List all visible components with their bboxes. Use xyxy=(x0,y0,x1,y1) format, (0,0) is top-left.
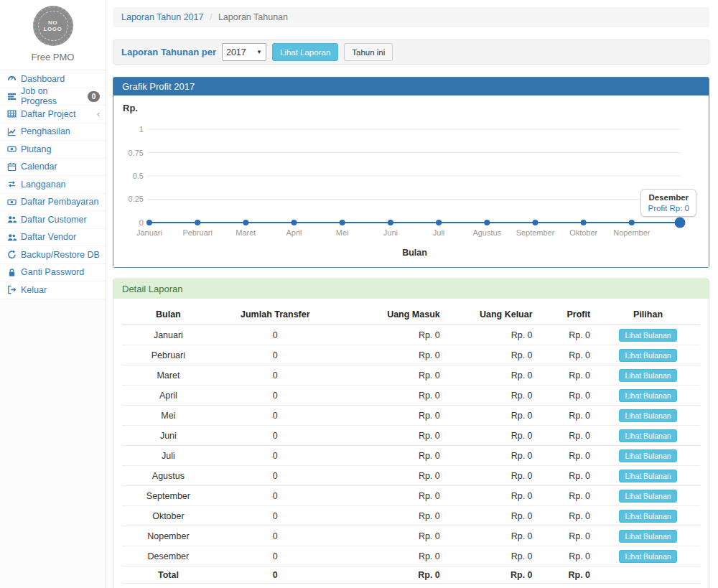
table-row: Juni0Rp. 0Rp. 0Rp. 0Lihat Bulanan xyxy=(122,426,700,446)
cell-jumlah_transfer: 0 xyxy=(215,526,336,546)
sidebar-item-label: Dashboard xyxy=(21,74,65,84)
sidebar-item-ganti-password[interactable]: Ganti Password xyxy=(0,264,106,282)
cell-pilihan: Lihat Bulanan xyxy=(596,546,700,566)
money-icon xyxy=(6,197,17,207)
sidebar-item-label: Job on Progress xyxy=(21,86,83,106)
sidebar-item-daftar-project[interactable]: Daftar Project‹ xyxy=(0,106,106,123)
caret-down-icon: ▼ xyxy=(256,49,262,55)
svg-text:April: April xyxy=(286,228,302,237)
cell-uang_masuk: Rp. 0 xyxy=(336,406,446,426)
sidebar-item-label: Keluar xyxy=(21,285,47,295)
view-monthly-button[interactable]: Lihat Bulanan xyxy=(619,329,676,342)
sidebar-item-daftar-pembayaran[interactable]: Daftar Pembayaran xyxy=(0,194,106,212)
breadcrumb-link-laporan-tahun[interactable]: Laporan Tahun 2017 xyxy=(121,12,203,22)
cell-bulan: Desember xyxy=(122,546,215,566)
current-year-button[interactable]: Tahun ini xyxy=(344,43,393,61)
view-monthly-button[interactable]: Lihat Bulanan xyxy=(619,429,676,442)
sidebar-item-job-on-progress[interactable]: Job on Progress0 xyxy=(0,88,106,106)
cell-jumlah_transfer: 0 xyxy=(215,566,336,584)
cell-pilihan: Lihat Bulanan xyxy=(596,506,700,526)
sidebar-item-label: Langganan xyxy=(21,179,66,190)
cell-pilihan: Lihat Bulanan xyxy=(596,325,700,345)
profit-line-chart[interactable]: 00.250.50.751JanuariPebruariMaretAprilMe… xyxy=(124,115,698,264)
table-row: Desember0Rp. 0Rp. 0Rp. 0Lihat Bulanan xyxy=(122,546,700,566)
cell-pilihan: Lihat Bulanan xyxy=(596,386,700,406)
view-report-button[interactable]: Lihat Laporan xyxy=(272,43,338,61)
column-header-uang-masuk: Uang Masuk xyxy=(336,304,446,325)
chart-tooltip: Desember Profit Rp: 0 xyxy=(640,189,696,217)
total-row: Total0Rp. 0Rp. 0Rp. 0 xyxy=(122,566,700,584)
cell-bulan: Nopember xyxy=(122,526,215,546)
report-table: BulanJumlah TransferUang MasukUang Kelua… xyxy=(122,304,700,584)
column-header-jumlah-transfer: Jumlah Transfer xyxy=(215,304,336,325)
view-monthly-button[interactable]: Lihat Bulanan xyxy=(619,530,676,543)
main-content: Laporan Tahun 2017 / Laporan Tahunan Lap… xyxy=(106,0,718,588)
cell-jumlah_transfer: 0 xyxy=(215,466,336,486)
profit-chart-panel: Grafik Profit 2017 Rp. 00.250.50.751Janu… xyxy=(113,77,709,268)
column-header-uang-keluar: Uang Keluar xyxy=(446,304,538,325)
cell-uang_masuk: Rp. 0 xyxy=(336,325,446,345)
cell-jumlah_transfer: 0 xyxy=(215,386,336,406)
cell-bulan: Juli xyxy=(122,446,215,466)
svg-text:September: September xyxy=(516,228,555,237)
tasks-icon xyxy=(6,91,17,101)
sidebar-item-daftar-customer[interactable]: Daftar Customer xyxy=(0,211,106,229)
svg-text:0.25: 0.25 xyxy=(129,195,144,203)
view-monthly-button[interactable]: Lihat Bulanan xyxy=(619,349,676,362)
chart-tooltip-value: Profit Rp: 0 xyxy=(648,204,689,213)
svg-text:Oktober: Oktober xyxy=(569,228,597,237)
view-monthly-button[interactable]: Lihat Bulanan xyxy=(619,510,676,523)
view-monthly-button[interactable]: Lihat Bulanan xyxy=(619,470,676,482)
detail-report-panel: Detail Laporan BulanJumlah TransferUang … xyxy=(113,279,709,588)
cell-profit: Rp. 0 xyxy=(538,446,597,466)
view-monthly-button[interactable]: Lihat Bulanan xyxy=(619,389,676,402)
view-monthly-button[interactable]: Lihat Bulanan xyxy=(619,369,676,382)
cell-pilihan xyxy=(596,566,700,584)
sidebar-item-calendar[interactable]: Calendar xyxy=(0,159,106,177)
detail-panel-body: BulanJumlah TransferUang MasukUang Kelua… xyxy=(113,299,709,588)
cell-jumlah_transfer: 0 xyxy=(215,486,336,506)
cell-uang_keluar: Rp. 0 xyxy=(446,365,538,386)
sidebar-item-dashboard[interactable]: Dashboard xyxy=(0,70,106,88)
cell-bulan: September xyxy=(122,486,215,506)
sidebar-item-label: Daftar Project xyxy=(21,109,75,119)
sidebar-item-penghasilan[interactable]: Penghasilan xyxy=(0,123,106,141)
sidebar-item-daftar-vendor[interactable]: Daftar Vendor xyxy=(0,229,106,247)
sidebar-item-backup-restore-db[interactable]: Backup/Restore DB xyxy=(0,246,106,264)
cell-pilihan: Lihat Bulanan xyxy=(596,446,700,466)
view-monthly-button[interactable]: Lihat Bulanan xyxy=(619,490,676,503)
cell-jumlah_transfer: 0 xyxy=(215,506,336,526)
sidebar-item-label: Backup/Restore DB xyxy=(21,250,100,260)
cell-profit: Rp. 0 xyxy=(538,325,597,345)
chart-tooltip-title: Desember xyxy=(648,193,689,202)
report-filter-toolbar: Laporan Tahunan per 2017 ▼ Lihat Laporan… xyxy=(113,39,709,65)
table-icon xyxy=(6,109,17,119)
cell-jumlah_transfer: 0 xyxy=(215,446,336,466)
cell-jumlah_transfer: 0 xyxy=(215,325,336,345)
cell-uang_keluar: Rp. 0 xyxy=(446,345,538,365)
year-select[interactable]: 2017 ▼ xyxy=(222,43,266,61)
logo-block: NO LOGO Free PMO xyxy=(0,0,106,70)
view-monthly-button[interactable]: Lihat Bulanan xyxy=(619,409,676,422)
sidebar-item-langganan[interactable]: Langganan xyxy=(0,176,106,194)
svg-text:0.5: 0.5 xyxy=(133,172,144,180)
cell-uang_masuk: Rp. 0 xyxy=(336,345,446,365)
cell-jumlah_transfer: 0 xyxy=(215,345,336,365)
sidebar-item-label: Daftar Customer xyxy=(21,215,87,225)
sidebar-item-keluar[interactable]: Keluar xyxy=(0,281,106,299)
y-axis-label: Rp. xyxy=(123,103,698,113)
sidebar-item-label: Daftar Vendor xyxy=(21,232,76,242)
view-monthly-button[interactable]: Lihat Bulanan xyxy=(619,449,676,462)
svg-text:Agustus: Agustus xyxy=(472,228,501,237)
cell-uang_keluar: Rp. 0 xyxy=(446,566,538,584)
cell-uang_keluar: Rp. 0 xyxy=(446,325,538,345)
cell-uang_keluar: Rp. 0 xyxy=(446,446,538,466)
sidebar-item-piutang[interactable]: Piutang xyxy=(0,141,106,159)
svg-text:Mei: Mei xyxy=(336,228,349,237)
table-row: Juli0Rp. 0Rp. 0Rp. 0Lihat Bulanan xyxy=(122,446,700,466)
breadcrumb: Laporan Tahun 2017 / Laporan Tahunan xyxy=(113,7,709,27)
cell-profit: Rp. 0 xyxy=(538,406,597,426)
svg-text:Maret: Maret xyxy=(236,228,256,237)
view-monthly-button[interactable]: Lihat Bulanan xyxy=(619,550,676,563)
cell-bulan: April xyxy=(122,386,215,406)
